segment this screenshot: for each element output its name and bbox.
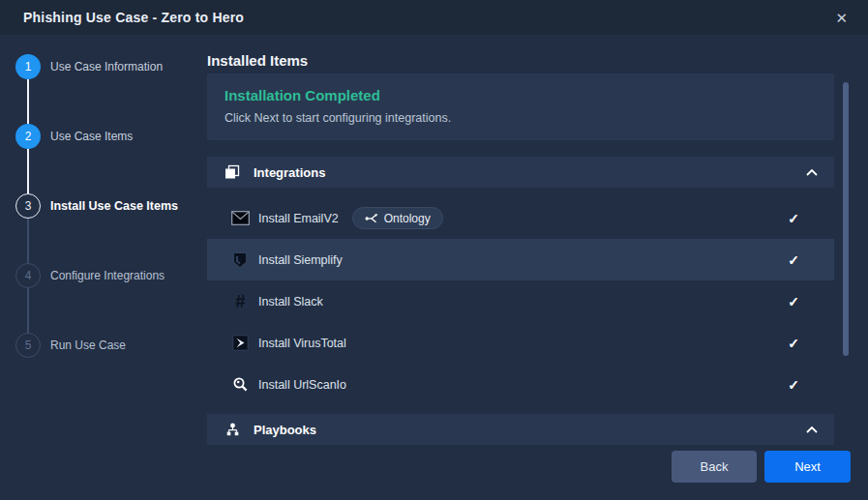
email-icon <box>230 211 250 225</box>
chevron-up-icon[interactable] <box>805 425 819 434</box>
section-label: Playbooks <box>254 423 316 437</box>
step-label: Configure Integrations <box>50 269 165 282</box>
section-header-integrations[interactable]: Integrations <box>207 157 834 188</box>
page-title: Installed Items <box>207 52 308 69</box>
next-button[interactable]: Next <box>764 451 851 483</box>
step-use-case-items[interactable]: 2 Use Case Items <box>15 124 133 149</box>
step-number-badge: 4 <box>15 263 41 288</box>
step-connector <box>27 219 29 263</box>
step-label: Use Case Information <box>50 60 163 74</box>
content-panel: Installed Items Installation Completed C… <box>207 35 868 500</box>
item-label: Install UrlScanIo <box>258 378 346 392</box>
step-install-use-case-items[interactable]: 3 Install Use Case Items <box>15 193 178 219</box>
section-header-playbooks[interactable]: Playbooks <box>207 414 834 445</box>
check-icon: ✓ <box>788 252 799 268</box>
installation-status-subtitle: Click Next to start configuring integrat… <box>224 111 834 125</box>
item-label: Install VirusTotal <box>258 337 346 350</box>
ontology-badge: Ontology <box>352 207 443 229</box>
list-item-siemplify[interactable]: Install Siemplify ✓ <box>207 239 834 280</box>
step-number-badge: 3 <box>15 193 41 219</box>
step-label: Use Case Items <box>50 130 133 143</box>
list-item-emailv2[interactable]: Install EmailV2 Ontology ✓ <box>207 197 834 239</box>
step-label: Install Use Case Items <box>50 199 178 213</box>
step-connector <box>27 288 29 333</box>
check-icon: ✓ <box>788 294 799 309</box>
slack-icon: # <box>230 292 250 310</box>
step-number-badge: 2 <box>15 124 41 149</box>
playbooks-sitemap-icon <box>223 423 242 437</box>
siemplify-shield-icon <box>230 251 250 269</box>
ontology-branch-icon <box>365 213 378 224</box>
close-icon[interactable]: ✕ <box>835 11 848 25</box>
wizard-dialog: Phishing Use Case - Zero to Hero ✕ 1 Use… <box>0 0 868 500</box>
step-label: Run Use Case <box>50 338 126 352</box>
integrations-layers-icon <box>223 164 242 180</box>
step-configure-integrations[interactable]: 4 Configure Integrations <box>15 263 165 288</box>
step-run-use-case[interactable]: 5 Run Use Case <box>15 333 126 358</box>
check-icon: ✓ <box>788 211 799 226</box>
back-button[interactable]: Back <box>672 451 757 483</box>
step-connector <box>27 79 29 124</box>
chevron-up-icon[interactable] <box>805 167 819 177</box>
virustotal-icon <box>230 335 250 351</box>
installation-status-title: Installation Completed <box>224 87 834 103</box>
title-bar: Phishing Use Case - Zero to Hero ✕ <box>0 0 868 35</box>
item-label: Install EmailV2 <box>258 212 339 225</box>
ontology-badge-label: Ontology <box>384 212 431 225</box>
list-item-slack[interactable]: # Install Slack ✓ <box>207 280 834 322</box>
list-item-urlscanio[interactable]: Install UrlScanIo ✓ <box>207 364 834 405</box>
item-label: Install Siemplify <box>258 253 343 267</box>
step-use-case-information[interactable]: 1 Use Case Information <box>15 54 163 79</box>
check-icon: ✓ <box>788 377 799 393</box>
check-icon: ✓ <box>788 336 799 351</box>
list-item-virustotal[interactable]: Install VirusTotal ✓ <box>207 322 834 364</box>
step-connector <box>27 149 29 193</box>
step-number-badge: 5 <box>15 333 41 358</box>
installation-status-banner: Installation Completed Click Next to sta… <box>207 74 834 140</box>
item-label: Install Slack <box>258 295 323 309</box>
step-sidebar: 1 Use Case Information 2 Use Case Items … <box>0 35 207 500</box>
section-label: Integrations <box>254 165 325 180</box>
scrollbar-thumb[interactable] <box>843 82 849 356</box>
step-number-badge: 1 <box>15 54 41 79</box>
search-icon <box>230 376 250 393</box>
dialog-title: Phishing Use Case - Zero to Hero <box>23 10 244 25</box>
